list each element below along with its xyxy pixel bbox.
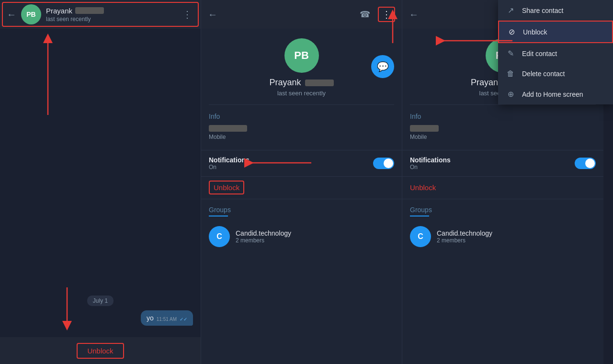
delete-icon: 🗑 [506, 69, 515, 78]
groups-label: Groups [209, 206, 394, 214]
group-item-2[interactable]: C Candid.technology 2 members [410, 222, 596, 251]
group-name-2: Candid.technology [437, 229, 492, 237]
info-phone-row-2: Mobile [410, 125, 596, 140]
check-icon: ✓✓ [180, 317, 187, 322]
notif-status: On [209, 164, 250, 171]
edit-icon: ✎ [506, 49, 515, 58]
groups-underline-2 [410, 216, 429, 216]
dropdown-edit-contact[interactable]: ✎ Edit contact [498, 43, 613, 64]
unblock-button[interactable]: Unblock [209, 181, 244, 194]
chat-panel: ← PB Prayank last seen recently ⋮ July 1… [0, 0, 201, 364]
share-contact-label: Share contact [522, 7, 563, 14]
dropdown-share-contact[interactable]: ↗ Share contact [498, 0, 613, 21]
contact-status: last seen recently [46, 16, 181, 23]
add-home-label: Add to Home screen [522, 91, 583, 98]
phone-type-2: Mobile [410, 134, 596, 140]
profile-section: PB Prayank last seen recently 💬 [201, 29, 402, 104]
message-bubble: yo 11:51 AM ✓✓ [141, 310, 193, 326]
add-home-icon: ⊕ [506, 90, 515, 99]
notifications-row: Notifications On [201, 150, 402, 176]
group-item[interactable]: C Candid.technology 2 members [209, 222, 394, 251]
unblock-button-chat[interactable]: Unblock [77, 343, 124, 359]
avatar-large: PB [284, 38, 319, 73]
unblock-dropdown-label: Unblock [523, 28, 547, 36]
info-phone-row: Mobile [209, 125, 394, 140]
dropdown-add-home[interactable]: ⊕ Add to Home screen [498, 84, 613, 104]
phone-button[interactable]: ☎ [360, 9, 370, 20]
back-button[interactable]: ← [7, 9, 16, 20]
profile-name-blur [305, 80, 334, 86]
groups-section-2: Groups C Candid.technology 2 members [402, 199, 603, 258]
share-icon: ↗ [506, 6, 515, 15]
groups-underline [209, 216, 228, 216]
info-section: Info Mobile [201, 105, 402, 150]
notifications-toggle-2[interactable] [575, 158, 596, 169]
delete-contact-label: Delete contact [522, 70, 565, 78]
back-button-2[interactable]: ← [409, 9, 419, 20]
group-members-2: 2 members [437, 237, 492, 244]
contact-header: ← ☎ ⋮ [201, 0, 402, 29]
chat-fab-icon: 💬 [377, 61, 389, 72]
message-text: yo [147, 314, 154, 322]
notif-label: Notifications [209, 156, 250, 164]
group-name: Candid.technology [236, 229, 291, 237]
groups-label-2: Groups [410, 206, 596, 214]
notif-text: Notifications On [209, 156, 250, 171]
profile-status: last seen recently [277, 90, 326, 97]
unblock-section: Unblock [201, 176, 402, 199]
notif-label-2: Notifications [410, 156, 451, 164]
profile-name: Prayank [269, 78, 333, 88]
contact-info: Prayank last seen recently [46, 7, 181, 23]
info-label-2: Info [410, 113, 596, 120]
contact-name: Prayank [46, 7, 181, 15]
groups-section: Groups C Candid.technology 2 members [201, 199, 402, 258]
chat-footer: Unblock [0, 337, 201, 364]
group-members: 2 members [236, 237, 291, 244]
notifications-toggle[interactable] [373, 158, 394, 169]
phone-value [209, 125, 247, 132]
notifications-row-2: Notifications On [402, 150, 603, 176]
name-blur [75, 7, 104, 14]
unblock-button-2[interactable]: Unblock [410, 183, 436, 192]
group-avatar-2: C [410, 226, 431, 247]
more-button-contact[interactable]: ⋮ [378, 7, 395, 22]
chat-body: July 1 yo 11:51 AM ✓✓ [0, 29, 201, 337]
dropdown-menu: ↗ Share contact ⊘ Unblock ✎ Edit contact… [498, 0, 613, 104]
unblock-section-2: Unblock [402, 176, 603, 199]
chat-header: ← PB Prayank last seen recently ⋮ [0, 0, 201, 29]
group-info: Candid.technology 2 members [236, 229, 291, 244]
dropdown-delete-contact[interactable]: 🗑 Delete contact [498, 64, 613, 84]
edit-contact-label: Edit contact [522, 50, 557, 57]
chat-fab-button[interactable]: 💬 [371, 55, 394, 78]
contact-panel: ← ☎ ⋮ PB Prayank last seen recently 💬 In… [201, 0, 402, 364]
notif-text-2: Notifications On [410, 156, 451, 171]
info-section-2: Info Mobile [402, 105, 603, 150]
date-badge: July 1 [8, 296, 193, 305]
group-info-2: Candid.technology 2 members [437, 229, 492, 244]
back-button-contact[interactable]: ← [208, 9, 217, 20]
phone-type: Mobile [209, 134, 394, 140]
header-actions: ☎ ⋮ [360, 7, 395, 22]
unblock-icon: ⊘ [507, 27, 516, 36]
info-label: Info [209, 113, 394, 120]
dropdown-unblock[interactable]: ⊘ Unblock [498, 21, 613, 43]
group-avatar: C [209, 226, 230, 247]
notif-status-2: On [410, 164, 451, 171]
more-button[interactable]: ⋮ [181, 7, 194, 22]
avatar: PB [21, 4, 41, 24]
message-time: 11:51 AM [157, 317, 177, 322]
